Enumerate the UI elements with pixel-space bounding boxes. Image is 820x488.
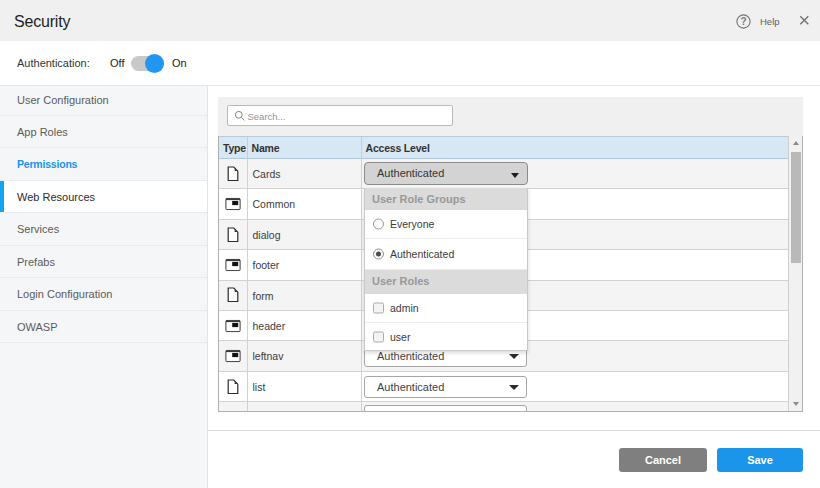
- svg-text:?: ?: [740, 16, 746, 27]
